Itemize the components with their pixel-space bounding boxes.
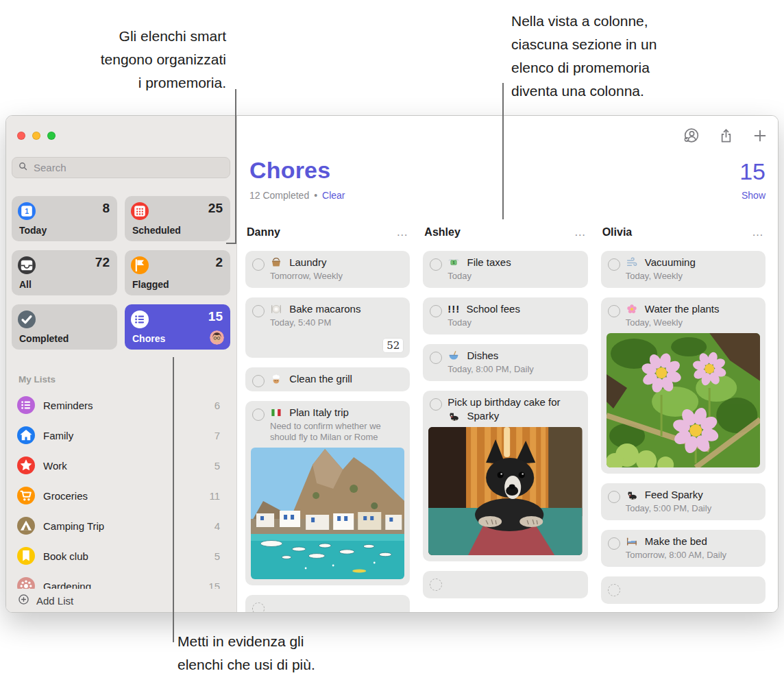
shared-list-icon[interactable]	[681, 126, 700, 145]
reminder-card[interactable]: Laundry Tomorrow, Weekly	[245, 251, 410, 288]
list-icon	[17, 517, 35, 535]
reminder-title: Pick up birthday cake for	[448, 396, 560, 408]
reminder-title-line2: Sparky	[467, 410, 500, 422]
reminder-card[interactable]: Pick up birthday cake for Sparky	[423, 391, 587, 561]
complete-circle[interactable]	[252, 409, 265, 421]
new-reminder-placeholder-card[interactable]	[245, 595, 410, 612]
callout-line-pinned-lists	[173, 357, 174, 642]
search-field[interactable]	[12, 157, 230, 178]
avatar	[210, 330, 224, 345]
screenshot-canvas: Gli elenchi smart tengono organizzati i …	[0, 0, 784, 682]
smart-list-card-today[interactable]: 1 8 Today	[12, 196, 117, 241]
complete-circle[interactable]	[608, 537, 620, 550]
share-icon[interactable]	[718, 127, 735, 145]
new-reminder-placeholder-card[interactable]	[601, 576, 765, 604]
show-link[interactable]: Show	[742, 190, 765, 201]
column-menu-button[interactable]: …	[396, 229, 408, 236]
complete-circle[interactable]	[252, 602, 265, 612]
smart-list-card-scheduled[interactable]: 25 Scheduled	[125, 196, 230, 241]
board-column-danny: Danny … Laundry Tomorrow, Weekly Bake ma…	[245, 224, 410, 612]
reminder-card[interactable]: Make the bed Tomorrow, 8:00 AM, Daily	[601, 530, 765, 567]
smart-lists-grid: 1 8 Today 25 Scheduled 72 All 2 Flagged …	[12, 196, 230, 350]
emoji-icon	[626, 489, 638, 501]
reminder-title: Dishes	[467, 350, 499, 361]
zoom-button[interactable]	[47, 132, 56, 140]
sidebar-item-groceries[interactable]: Groceries 11	[6, 480, 236, 511]
smart-list-card-all[interactable]: 72 All	[12, 250, 117, 295]
smart-list-card-flagged[interactable]: 2 Flagged	[125, 250, 230, 295]
reminder-card[interactable]: Vacuuming Today, Weekly	[601, 251, 765, 288]
list-count: 4	[215, 520, 220, 532]
clear-link[interactable]: Clear	[322, 190, 345, 201]
complete-circle[interactable]	[252, 258, 265, 271]
complete-circle[interactable]	[608, 305, 620, 317]
my-lists: Reminders 6 Family 7 Work 5 Groceries 11…	[6, 390, 236, 601]
reminder-note: Need to confirm whether we should fly to…	[270, 421, 403, 443]
complete-circle[interactable]	[252, 375, 265, 387]
callout-line-column-view	[502, 83, 504, 219]
reminder-title: School fees	[467, 303, 520, 315]
total-count: 15	[739, 158, 765, 185]
complete-circle[interactable]	[608, 258, 620, 271]
reminder-detail: Today	[448, 271, 580, 282]
sidebar-item-family[interactable]: Family 7	[6, 420, 236, 450]
reminder-title: Bake macarons	[289, 303, 360, 315]
reminders-window: 1 8 Today 25 Scheduled 72 All 2 Flagged …	[5, 115, 779, 613]
dot-separator: •	[314, 190, 317, 201]
reminder-detail: Today, Weekly	[626, 317, 759, 328]
emoji-icon	[626, 256, 638, 269]
list-icon	[17, 487, 35, 504]
add-list-button[interactable]: Add List	[6, 589, 236, 612]
smart-list-icon	[131, 256, 149, 274]
complete-circle[interactable]	[430, 579, 442, 591]
complete-circle[interactable]	[430, 352, 442, 364]
minimize-button[interactable]	[32, 132, 40, 140]
smart-list-count: 25	[208, 201, 223, 216]
annotation-smart-lists: Gli elenchi smart tengono organizzati i …	[101, 25, 226, 95]
column-menu-button[interactable]: …	[752, 229, 764, 236]
sidebar-item-book-club[interactable]: Book club 5	[6, 541, 236, 571]
complete-circle[interactable]	[252, 305, 265, 317]
smart-list-card-completed[interactable]: Completed	[12, 304, 117, 350]
list-count: 5	[215, 550, 220, 562]
sidebar-item-work[interactable]: Work 5	[6, 450, 236, 480]
reminder-card[interactable]: Clean the grill	[245, 367, 410, 391]
smart-list-count: 2	[215, 255, 223, 270]
complete-circle[interactable]	[608, 491, 620, 503]
reminder-title: Water the plants	[645, 303, 720, 315]
emoji-icon	[270, 406, 282, 419]
close-button[interactable]	[17, 132, 25, 140]
list-count: 5	[215, 460, 220, 472]
reminder-card[interactable]: $ File taxes Today	[423, 251, 587, 288]
column-menu-button[interactable]: …	[574, 229, 587, 236]
complete-circle[interactable]	[608, 584, 620, 596]
sidebar: 1 8 Today 25 Scheduled 72 All 2 Flagged …	[6, 116, 237, 612]
add-reminder-icon[interactable]	[752, 127, 768, 144]
search-input[interactable]	[32, 161, 224, 174]
complete-circle[interactable]	[430, 258, 442, 271]
complete-circle[interactable]	[430, 305, 442, 317]
attachment-badge: 52	[383, 339, 403, 352]
sidebar-item-reminders[interactable]: Reminders 6	[6, 390, 236, 420]
plus-circle-icon	[17, 593, 30, 609]
reminder-card[interactable]: Dishes Today, 8:00 PM, Daily	[423, 344, 587, 381]
reminder-card[interactable]: !!! School fees Today	[423, 297, 587, 334]
page-title: Chores	[249, 157, 765, 184]
board-column-olivia: Olivia … Vacuuming Today, Weekly Water t…	[601, 224, 765, 612]
new-reminder-placeholder-card[interactable]	[423, 571, 587, 598]
emoji-icon	[448, 410, 460, 422]
reminder-card[interactable]: Bake macarons Today, 5:40 PM 52	[245, 297, 410, 358]
reminder-card[interactable]: Plan Italy trip Need to confirm whether …	[245, 401, 410, 585]
complete-circle[interactable]	[430, 398, 442, 411]
smart-list-card-chores[interactable]: 15 Chores	[125, 304, 230, 350]
annotation-pinned-lists: Metti in evidenza gli elenchi che usi di…	[177, 630, 315, 677]
reminder-card[interactable]: Feed Sparky Today, 5:00 PM, Daily	[601, 483, 765, 520]
list-label: Camping Trip	[43, 520, 104, 532]
my-lists-header: My Lists	[19, 374, 56, 385]
smart-list-label: Scheduled	[132, 225, 181, 236]
list-label: Groceries	[43, 490, 88, 502]
reminder-card[interactable]: Water the plants Today, Weekly	[601, 297, 765, 474]
list-icon	[17, 547, 35, 565]
sidebar-item-camping-trip[interactable]: Camping Trip 4	[6, 511, 236, 541]
window-controls	[17, 132, 56, 140]
